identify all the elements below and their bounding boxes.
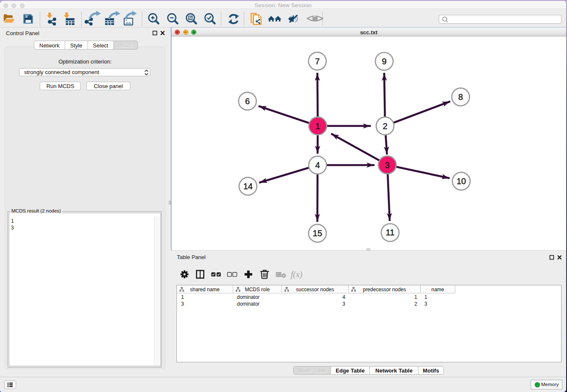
svg-text:9: 9 — [382, 57, 386, 66]
svg-text:11: 11 — [386, 228, 395, 237]
svg-text:f(x): f(x) — [291, 270, 303, 279]
svg-text:7: 7 — [315, 57, 319, 66]
svg-text:10: 10 — [457, 177, 466, 186]
svg-text:4: 4 — [315, 160, 320, 170]
svg-text:15: 15 — [313, 229, 322, 238]
svg-text:14: 14 — [243, 182, 253, 191]
svg-text:6: 6 — [245, 97, 250, 106]
svg-text:3: 3 — [385, 160, 390, 170]
svg-text:1: 1 — [315, 121, 320, 131]
svg-text:8: 8 — [458, 92, 463, 102]
svg-text:2: 2 — [383, 121, 387, 131]
